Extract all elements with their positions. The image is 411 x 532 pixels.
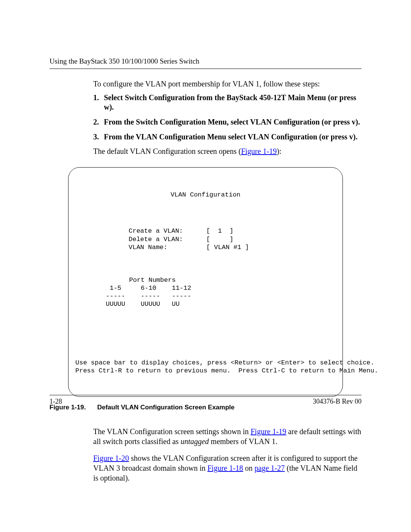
figure-link[interactable]: Figure 1-20 xyxy=(93,454,129,462)
step-text: From the VLAN Configuration Menu select … xyxy=(104,132,362,142)
text-fragment: The VLAN Configuration screen settings s… xyxy=(93,427,250,436)
steps-list: 1. Select Switch Configuration from the … xyxy=(93,93,362,142)
step-item: 2. From the Switch Configuration Menu, s… xyxy=(93,117,362,127)
text-fragment: ): xyxy=(277,147,281,155)
screen-fields: Create a VLAN: [ 1 ] Delete a VLAN: [ ] … xyxy=(129,227,336,251)
figure-link[interactable]: Figure 1-19 xyxy=(250,427,286,436)
step-number: 1. xyxy=(93,93,104,102)
step-item: 3. From the VLAN Configuration Menu sele… xyxy=(93,132,362,142)
step-text: Select Switch Configuration from the Bay… xyxy=(104,93,362,112)
figure-link[interactable]: Figure 1-18 xyxy=(207,464,243,472)
step-item: 1. Select Switch Configuration from the … xyxy=(93,93,362,112)
page-link[interactable]: page 1-27 xyxy=(255,464,285,472)
step-number: 2. xyxy=(93,117,104,127)
figure-link[interactable]: Figure 1-19 xyxy=(241,147,277,155)
page-footer: 1-28 304376-B Rev 00 xyxy=(49,395,362,406)
page: Using the BayStack 350 10/100/1000 Serie… xyxy=(0,0,411,532)
intro-text: To configure the VLAN port membership fo… xyxy=(93,80,362,88)
screen-footer-help: Use space bar to display choices, press … xyxy=(75,359,336,375)
text-fragment: The default VLAN Configuration screen op… xyxy=(93,147,241,155)
after-steps-sentence: The default VLAN Configuration screen op… xyxy=(93,147,362,156)
document-id: 304376-B Rev 00 xyxy=(313,398,362,406)
step-text: From the Switch Configuration Menu, sele… xyxy=(104,117,362,127)
terminal-screen: VLAN Configuration Create a VLAN: [ 1 ] … xyxy=(68,167,343,397)
body-paragraph: The VLAN Configuration screen settings s… xyxy=(93,427,362,446)
running-head: Using the BayStack 350 10/100/1000 Serie… xyxy=(49,57,362,69)
step-number: 3. xyxy=(93,132,104,142)
text-fragment: members of VLAN 1. xyxy=(209,437,277,446)
page-number: 1-28 xyxy=(49,398,62,406)
body-paragraph: Figure 1-20 shows the VLAN Configuration… xyxy=(93,453,362,483)
screen-port-numbers: Port Numbers 1-5 6-10 11-12 ----- ----- … xyxy=(106,276,336,308)
italic-text: untagged xyxy=(180,437,209,446)
text-fragment: on xyxy=(243,464,255,472)
screen-title: VLAN Configuration xyxy=(75,191,336,199)
